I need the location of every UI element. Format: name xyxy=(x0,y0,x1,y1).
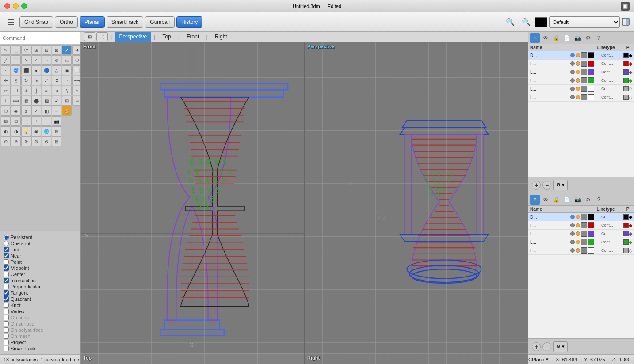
line-tool[interactable]: ╱ xyxy=(1,55,11,65)
layer-row-1[interactable]: L... Cont... ◆ xyxy=(528,60,634,68)
layer-row-3[interactable]: L... Cont... ◆ xyxy=(528,76,634,85)
layer-row-b3[interactable]: L... Cont... ◆ xyxy=(528,238,634,246)
ellipse-tool[interactable]: ⊙ xyxy=(52,55,61,65)
box-tool[interactable]: ⬛ xyxy=(21,65,31,75)
select-all[interactable]: ⊞ xyxy=(31,45,41,55)
smarttrack-button[interactable]: SmartTrack xyxy=(107,16,144,28)
boolean-int[interactable]: ∩ xyxy=(72,86,80,95)
layer-locked-dot[interactable] xyxy=(576,95,580,99)
eye-btn-2[interactable]: 👁 xyxy=(541,195,550,205)
split-tool[interactable]: ⊣ xyxy=(11,86,21,95)
snap-tangent[interactable]: Tangent xyxy=(4,290,76,296)
snap-oncurve[interactable]: On curve xyxy=(4,315,76,321)
weight-tool[interactable]: ⚖ xyxy=(72,96,80,106)
layer-visible-dot[interactable] xyxy=(570,61,575,66)
right-sidebar-toggle[interactable] xyxy=(622,18,630,27)
planar-button[interactable]: Planar xyxy=(80,16,105,28)
eye-btn[interactable]: 👁 xyxy=(541,33,550,43)
layer-locked-dot[interactable] xyxy=(576,78,580,83)
snap-intersection[interactable]: Intersection xyxy=(4,277,76,284)
tab-top[interactable]: Top xyxy=(158,32,175,42)
zoom-win[interactable]: ⬚ xyxy=(21,116,31,126)
more-tools-1[interactable]: ⊙ xyxy=(1,136,11,146)
bend-tool[interactable]: 〜 xyxy=(62,76,72,85)
arrow-tool[interactable]: ➜ xyxy=(72,45,80,55)
lock-btn-2[interactable]: 🔒 xyxy=(551,195,561,205)
maximize-button[interactable] xyxy=(21,3,27,9)
rotate-tool[interactable]: ↻ xyxy=(21,76,31,85)
layer-row-b1[interactable]: L... Cont... ◆ xyxy=(528,221,634,230)
tab-front[interactable]: Front xyxy=(182,32,203,42)
light-tool[interactable]: 💡 xyxy=(21,126,31,136)
curvature-tool[interactable]: ⌗ xyxy=(52,106,61,116)
copy-tool[interactable]: ⎘ xyxy=(11,76,21,85)
snap-persistent[interactable]: Persistent xyxy=(4,234,76,240)
close-button[interactable] xyxy=(4,3,10,9)
ortho-button[interactable]: Ortho xyxy=(55,16,78,28)
array-tool[interactable]: ⠿ xyxy=(52,76,61,85)
layer-visible-dot[interactable] xyxy=(570,87,575,91)
layer-print-dot[interactable] xyxy=(581,94,587,100)
select-tool[interactable]: ↖ xyxy=(1,45,11,55)
shade-tool[interactable]: ◐ xyxy=(1,126,11,136)
zoom-in[interactable]: + xyxy=(31,116,41,126)
snap-oneshot[interactable]: One shot xyxy=(4,240,76,246)
minimize-button[interactable] xyxy=(13,3,19,9)
layer-color-swatch[interactable] xyxy=(588,94,594,100)
snap-vertex[interactable]: Vertex xyxy=(4,308,76,315)
remove-layer-btn-2[interactable]: − xyxy=(542,342,551,351)
point-tool[interactable]: · xyxy=(1,65,11,75)
boolean-diff[interactable]: ∖ xyxy=(62,86,72,95)
more-tools-6[interactable]: ⊞ xyxy=(52,136,61,146)
fillet-tool[interactable]: ⌡ xyxy=(31,86,41,95)
mirror-tool[interactable]: ⇌ xyxy=(42,76,51,85)
select-loop[interactable]: ⟳ xyxy=(21,45,31,55)
snap-perpendicular[interactable]: Perpendicular xyxy=(4,284,76,290)
gear-settings-btn-2[interactable]: ⚙ ▾ xyxy=(553,341,568,352)
layer-row-5[interactable]: L... Cont... ◇ xyxy=(528,93,634,102)
snap-project[interactable]: Project xyxy=(4,339,76,345)
layer-row-b4[interactable]: L... Cont... ◇ xyxy=(528,246,634,255)
lock-btn[interactable]: 🔒 xyxy=(551,33,561,43)
snap-onpolysurface[interactable]: On polysurface xyxy=(4,327,76,333)
more-tools-4[interactable]: ⊜ xyxy=(31,136,41,146)
page-btn-2[interactable]: 📄 xyxy=(562,195,572,205)
tab-right[interactable]: Right xyxy=(210,32,232,42)
group-tool[interactable]: ⬤ xyxy=(31,96,41,106)
layer-color-swatch[interactable] xyxy=(588,77,594,83)
offset-tool[interactable]: ≡ xyxy=(42,86,51,95)
layer-color-swatch[interactable] xyxy=(588,61,594,67)
trim-tool[interactable]: ✂ xyxy=(1,86,11,95)
cone-tool[interactable]: △ xyxy=(52,65,61,75)
env-tool[interactable]: 🌐 xyxy=(42,126,51,136)
camera-panel-btn-2[interactable]: 📷 xyxy=(573,195,582,205)
settings-panel-btn[interactable]: ⚙ xyxy=(583,33,593,43)
arc-tool[interactable]: ◜ xyxy=(31,55,41,65)
snap-center[interactable]: Center xyxy=(4,271,76,277)
zoom-out-btn[interactable]: 🔍 xyxy=(519,15,533,29)
scale-tool[interactable]: ⇲ xyxy=(31,76,41,85)
check-tool[interactable]: ✓ xyxy=(31,106,41,116)
viewport-single-btn[interactable]: ⬚ xyxy=(96,32,108,41)
viewport-front[interactable]: Front xyxy=(80,42,304,353)
gumball-button[interactable]: Gumball xyxy=(145,16,175,28)
sphere-tool[interactable]: ● xyxy=(31,65,41,75)
viewport-top[interactable]: Top X Y xyxy=(80,353,304,364)
polygon-tool[interactable]: ⬡ xyxy=(72,55,80,65)
layer-selector[interactable]: Default xyxy=(549,16,620,28)
move-tool[interactable]: ✛ xyxy=(1,76,11,85)
hatch-tool[interactable]: ▦ xyxy=(21,96,31,106)
layers-btn[interactable]: ≡ xyxy=(530,33,540,43)
snap-near[interactable]: Near xyxy=(4,253,76,259)
cplane-indicator[interactable]: CPlane ▾ xyxy=(528,356,549,362)
layer-locked-dot[interactable] xyxy=(576,61,580,66)
layer-visible-dot[interactable] xyxy=(570,53,575,57)
settings-panel-btn-2[interactable]: ⚙ xyxy=(583,195,593,205)
help-btn-2[interactable]: ? xyxy=(594,195,603,205)
layer-row-0[interactable]: D... Cont... ◆ xyxy=(528,51,634,60)
torus-tool[interactable]: ◉ xyxy=(62,65,72,75)
join-tool[interactable]: ⊕ xyxy=(21,86,31,95)
color-swatch[interactable] xyxy=(535,17,547,27)
zoom-in-btn[interactable]: 🔍 xyxy=(503,15,517,29)
analyze-tool[interactable]: ⬡ xyxy=(1,106,11,116)
